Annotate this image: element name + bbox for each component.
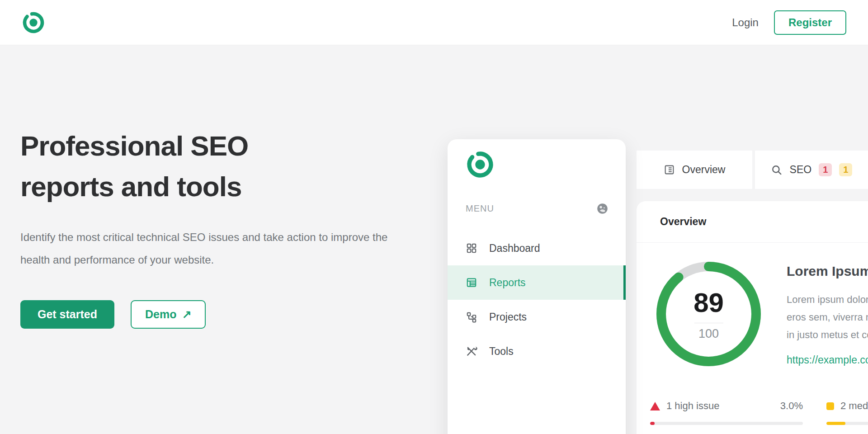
high-issue-stat: 1 high issue 3.0% — [650, 400, 803, 425]
sidebar-item-dashboard[interactable]: Dashboard — [448, 231, 626, 265]
grid-icon — [466, 242, 477, 254]
demo-button[interactable]: Demo ↗ — [131, 300, 206, 329]
medium-issue-bar — [826, 422, 868, 425]
demo-button-label: Demo — [145, 308, 176, 321]
search-icon — [771, 164, 783, 176]
mockup-logo-icon — [466, 150, 495, 181]
sidebar-item-label: Tools — [489, 345, 514, 358]
score-divider — [694, 323, 723, 323]
site-summary: Lorem Ipsum Lorem ipsum dolor sit amet e… — [787, 264, 868, 366]
high-issue-label: 1 high issue — [666, 400, 719, 412]
sidebar-nav: Dashboard Reports — [448, 231, 626, 368]
site-title: Lorem Ipsum — [787, 264, 868, 279]
tab-overview[interactable]: Overview — [637, 151, 752, 189]
overview-panel: Overview 89 100 Lorem Ipsum Lorem ipsum … — [637, 201, 868, 434]
list-icon — [664, 164, 675, 175]
hero-section: Professional SEO reports and tools Ident… — [0, 45, 868, 434]
score-value: 89 — [693, 287, 724, 318]
sidebar-item-projects[interactable]: Projects — [448, 300, 626, 334]
external-arrow-icon: ↗ — [182, 308, 191, 321]
register-button[interactable]: Register — [774, 10, 846, 35]
medium-issue-stat: 2 medium issues — [826, 400, 868, 425]
landing-page: Login Register Professional SEO reports … — [0, 0, 868, 434]
sitemap-icon — [466, 311, 477, 323]
mockup-tabbar: Overview SEO 1 1 — [637, 151, 868, 189]
sidebar-item-label: Reports — [489, 277, 526, 289]
theme-palette-icon[interactable] — [596, 203, 609, 215]
hero-copy: Professional SEO reports and tools Ident… — [20, 126, 427, 329]
medium-square-icon — [826, 402, 834, 410]
site-description: Lorem ipsum dolor sit amet eros sem, viv… — [787, 291, 868, 344]
score-max: 100 — [698, 327, 719, 341]
brand-logo-icon — [22, 11, 45, 34]
sidebar-item-label: Projects — [489, 311, 527, 323]
overview-section-title: Overview — [637, 201, 868, 243]
medium-issues-badge: 1 — [839, 163, 852, 176]
high-issue-percent: 3.0% — [780, 400, 803, 412]
report-table-icon — [466, 277, 477, 288]
tab-label: Overview — [682, 164, 726, 176]
tab-label: SEO — [790, 164, 812, 176]
tab-seo[interactable]: SEO 1 1 — [755, 151, 868, 189]
hero-subtitle: Identify the most critical technical SEO… — [20, 226, 414, 271]
score-gauge: 89 100 — [656, 261, 761, 367]
sidebar-item-label: Dashboard — [489, 242, 540, 255]
get-started-button[interactable]: Get started — [20, 300, 114, 329]
login-link[interactable]: Login — [732, 16, 759, 29]
site-url-link[interactable]: https://example.com — [787, 354, 868, 366]
high-triangle-icon — [650, 402, 660, 410]
menu-section-label: MENU — [466, 203, 494, 214]
sidebar-item-reports[interactable]: Reports — [448, 265, 626, 300]
mockup-sidebar: MENU — [448, 139, 626, 434]
top-navbar: Login Register — [0, 0, 868, 45]
medium-issue-label: 2 medium issues — [840, 400, 868, 412]
sidebar-item-tools[interactable]: Tools — [448, 334, 626, 368]
tools-icon — [466, 345, 477, 357]
high-issue-bar — [650, 422, 803, 425]
high-issues-badge: 1 — [819, 163, 832, 176]
page-title: Professional SEO reports and tools — [20, 126, 319, 207]
